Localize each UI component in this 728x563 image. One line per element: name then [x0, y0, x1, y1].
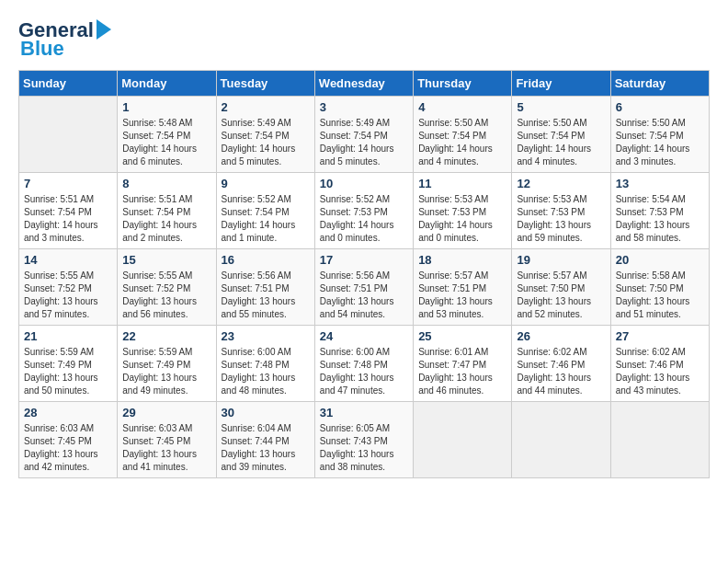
day-detail: Sunrise: 5:59 AMSunset: 7:49 PMDaylight:… — [122, 346, 210, 397]
day-detail: Sunrise: 5:51 AMSunset: 7:54 PMDaylight:… — [24, 193, 112, 245]
calendar-cell: 20Sunrise: 5:58 AMSunset: 7:50 PMDayligh… — [610, 249, 709, 326]
day-detail: Sunrise: 5:48 AMSunset: 7:54 PMDaylight:… — [122, 117, 210, 168]
day-number: 11 — [418, 177, 506, 190]
day-detail: Sunrise: 5:52 AMSunset: 7:54 PMDaylight:… — [222, 193, 310, 245]
calendar-cell — [19, 97, 118, 173]
day-number: 26 — [517, 329, 605, 343]
calendar-cell: 7Sunrise: 5:51 AMSunset: 7:54 PMDaylight… — [19, 173, 118, 249]
calendar-week-row: 28Sunrise: 6:03 AMSunset: 7:45 PMDayligh… — [19, 402, 710, 478]
day-detail: Sunrise: 5:56 AMSunset: 7:51 PMDaylight:… — [222, 270, 310, 321]
day-detail: Sunrise: 5:50 AMSunset: 7:54 PMDaylight:… — [418, 117, 506, 168]
day-detail: Sunrise: 5:58 AMSunset: 7:50 PMDaylight:… — [616, 270, 704, 321]
day-detail: Sunrise: 6:00 AMSunset: 7:48 PMDaylight:… — [222, 346, 310, 397]
weekday-header: Wednesday — [314, 71, 413, 97]
calendar-week-row: 7Sunrise: 5:51 AMSunset: 7:54 PMDaylight… — [19, 173, 710, 249]
calendar-cell: 28Sunrise: 6:03 AMSunset: 7:45 PMDayligh… — [19, 402, 118, 478]
day-number: 27 — [616, 329, 704, 343]
calendar-week-row: 21Sunrise: 5:59 AMSunset: 7:49 PMDayligh… — [19, 326, 710, 402]
day-number: 23 — [222, 329, 310, 343]
day-number: 28 — [24, 406, 112, 419]
day-detail: Sunrise: 5:57 AMSunset: 7:51 PMDaylight:… — [418, 270, 506, 321]
day-detail: Sunrise: 5:56 AMSunset: 7:51 PMDaylight:… — [320, 270, 408, 321]
calendar-cell — [414, 402, 512, 478]
day-detail: Sunrise: 5:52 AMSunset: 7:53 PMDaylight:… — [320, 193, 408, 245]
day-number: 16 — [222, 253, 310, 267]
day-number: 24 — [320, 329, 408, 343]
calendar-week-row: 14Sunrise: 5:55 AMSunset: 7:52 PMDayligh… — [19, 249, 710, 326]
weekday-header: Friday — [512, 71, 610, 97]
day-number: 22 — [122, 329, 210, 343]
day-detail: Sunrise: 5:59 AMSunset: 7:49 PMDaylight:… — [24, 346, 112, 397]
day-detail: Sunrise: 6:03 AMSunset: 7:45 PMDaylight:… — [122, 422, 210, 474]
logo: General Blue — [18, 18, 111, 61]
calendar-cell — [610, 402, 709, 478]
calendar-cell: 12Sunrise: 5:53 AMSunset: 7:53 PMDayligh… — [512, 173, 610, 249]
calendar-cell: 13Sunrise: 5:54 AMSunset: 7:53 PMDayligh… — [610, 173, 709, 249]
calendar-cell: 21Sunrise: 5:59 AMSunset: 7:49 PMDayligh… — [19, 326, 118, 402]
calendar-table: SundayMondayTuesdayWednesdayThursdayFrid… — [18, 70, 710, 478]
day-number: 30 — [222, 406, 310, 419]
calendar-cell: 25Sunrise: 6:01 AMSunset: 7:47 PMDayligh… — [414, 326, 512, 402]
calendar-cell: 10Sunrise: 5:52 AMSunset: 7:53 PMDayligh… — [314, 173, 413, 249]
day-number: 10 — [320, 177, 408, 190]
weekday-header: Tuesday — [216, 71, 314, 97]
calendar-cell: 4Sunrise: 5:50 AMSunset: 7:54 PMDaylight… — [414, 97, 512, 173]
day-detail: Sunrise: 5:55 AMSunset: 7:52 PMDaylight:… — [122, 270, 210, 321]
calendar-week-row: 1Sunrise: 5:48 AMSunset: 7:54 PMDaylight… — [19, 97, 710, 173]
calendar-cell: 14Sunrise: 5:55 AMSunset: 7:52 PMDayligh… — [19, 249, 118, 326]
calendar-cell: 24Sunrise: 6:00 AMSunset: 7:48 PMDayligh… — [314, 326, 413, 402]
calendar-cell: 1Sunrise: 5:48 AMSunset: 7:54 PMDaylight… — [118, 97, 216, 173]
day-number: 8 — [122, 177, 210, 190]
day-detail: Sunrise: 5:54 AMSunset: 7:53 PMDaylight:… — [616, 193, 704, 245]
day-number: 29 — [122, 406, 210, 419]
calendar-cell: 11Sunrise: 5:53 AMSunset: 7:53 PMDayligh… — [414, 173, 512, 249]
calendar-cell: 27Sunrise: 6:02 AMSunset: 7:46 PMDayligh… — [610, 326, 709, 402]
day-number: 15 — [122, 253, 210, 267]
day-detail: Sunrise: 5:51 AMSunset: 7:54 PMDaylight:… — [122, 193, 210, 245]
calendar-cell: 31Sunrise: 6:05 AMSunset: 7:43 PMDayligh… — [314, 402, 413, 478]
day-number: 21 — [24, 329, 112, 343]
calendar-cell: 8Sunrise: 5:51 AMSunset: 7:54 PMDaylight… — [118, 173, 216, 249]
day-detail: Sunrise: 5:55 AMSunset: 7:52 PMDaylight:… — [24, 270, 112, 321]
day-number: 9 — [222, 177, 310, 190]
calendar-cell: 19Sunrise: 5:57 AMSunset: 7:50 PMDayligh… — [512, 249, 610, 326]
day-number: 2 — [222, 100, 310, 114]
day-number: 25 — [418, 329, 506, 343]
calendar-cell: 30Sunrise: 6:04 AMSunset: 7:44 PMDayligh… — [216, 402, 314, 478]
day-detail: Sunrise: 5:53 AMSunset: 7:53 PMDaylight:… — [418, 193, 506, 245]
day-number: 6 — [616, 100, 704, 114]
day-number: 18 — [418, 253, 506, 267]
calendar-cell: 22Sunrise: 5:59 AMSunset: 7:49 PMDayligh… — [118, 326, 216, 402]
day-number: 20 — [616, 253, 704, 267]
day-number: 12 — [517, 177, 605, 190]
page-header: General Blue — [18, 18, 710, 61]
day-number: 1 — [122, 100, 210, 114]
day-detail: Sunrise: 5:49 AMSunset: 7:54 PMDaylight:… — [222, 117, 310, 168]
day-number: 4 — [418, 100, 506, 114]
day-detail: Sunrise: 5:53 AMSunset: 7:53 PMDaylight:… — [517, 193, 605, 245]
calendar-cell: 3Sunrise: 5:49 AMSunset: 7:54 PMDaylight… — [314, 97, 413, 173]
day-number: 17 — [320, 253, 408, 267]
day-number: 7 — [24, 177, 112, 190]
calendar-cell: 2Sunrise: 5:49 AMSunset: 7:54 PMDaylight… — [216, 97, 314, 173]
weekday-header: Saturday — [610, 71, 709, 97]
calendar-cell: 18Sunrise: 5:57 AMSunset: 7:51 PMDayligh… — [414, 249, 512, 326]
day-number: 19 — [517, 253, 605, 267]
logo-arrow-icon — [97, 19, 111, 40]
calendar-cell: 23Sunrise: 6:00 AMSunset: 7:48 PMDayligh… — [216, 326, 314, 402]
header-row: SundayMondayTuesdayWednesdayThursdayFrid… — [19, 71, 710, 97]
day-detail: Sunrise: 6:00 AMSunset: 7:48 PMDaylight:… — [320, 346, 408, 397]
day-detail: Sunrise: 5:50 AMSunset: 7:54 PMDaylight:… — [616, 117, 704, 168]
calendar-cell — [512, 402, 610, 478]
calendar-cell: 26Sunrise: 6:02 AMSunset: 7:46 PMDayligh… — [512, 326, 610, 402]
weekday-header: Monday — [118, 71, 216, 97]
day-detail: Sunrise: 5:57 AMSunset: 7:50 PMDaylight:… — [517, 270, 605, 321]
calendar-cell: 15Sunrise: 5:55 AMSunset: 7:52 PMDayligh… — [118, 249, 216, 326]
calendar-cell: 29Sunrise: 6:03 AMSunset: 7:45 PMDayligh… — [118, 402, 216, 478]
day-number: 14 — [24, 253, 112, 267]
day-detail: Sunrise: 5:49 AMSunset: 7:54 PMDaylight:… — [320, 117, 408, 168]
calendar-cell: 5Sunrise: 5:50 AMSunset: 7:54 PMDaylight… — [512, 97, 610, 173]
logo-blue: Blue — [20, 37, 64, 61]
day-number: 3 — [320, 100, 408, 114]
weekday-header: Thursday — [414, 71, 512, 97]
